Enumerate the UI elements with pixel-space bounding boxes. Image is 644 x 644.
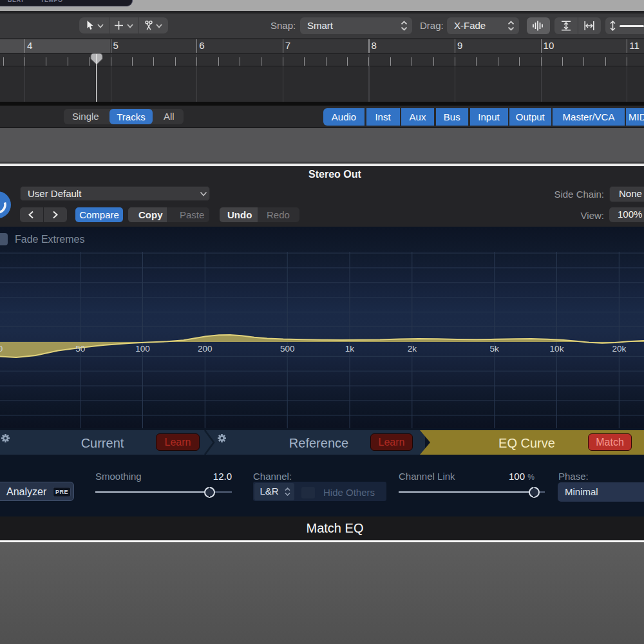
svg-text:2k: 2k: [408, 344, 417, 354]
svg-text:20k: 20k: [612, 344, 626, 354]
svg-text:50: 50: [75, 344, 85, 354]
svg-text:10k: 10k: [550, 344, 564, 354]
svg-text:1k: 1k: [345, 344, 355, 354]
svg-text:200: 200: [198, 344, 213, 354]
svg-text:5k: 5k: [490, 344, 500, 354]
svg-text:20: 20: [0, 344, 3, 354]
svg-text:100: 100: [135, 344, 150, 354]
svg-text:500: 500: [280, 344, 295, 354]
